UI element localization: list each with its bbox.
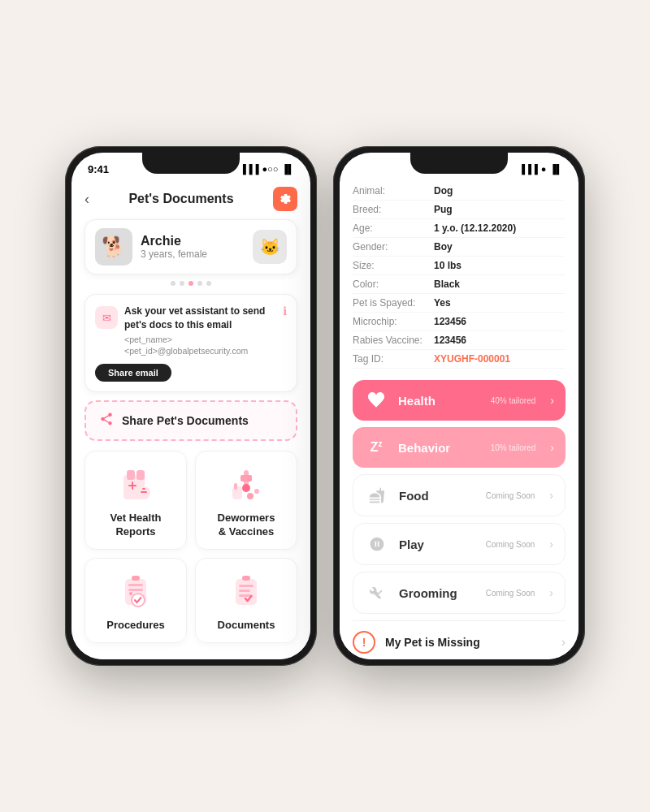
label-animal: Animal: [353,185,434,197]
wifi-icon-2: ● [541,164,547,174]
cat-emoji: 🐱 [260,237,280,257]
svg-point-13 [247,493,254,499]
wifi-icon: ●○○ [262,164,278,174]
behavior-category[interactable]: Zz Behavior 10% tailored › [353,427,566,468]
label-breed: Breed: [353,204,434,215]
battery-icon: ▐▌ [281,164,294,174]
notch-1 [142,153,240,174]
svg-rect-4 [128,485,136,486]
svg-point-10 [242,484,250,492]
procedures-label: Procedures [106,619,165,633]
grooming-tailored: Coming Soon [486,589,535,598]
svg-rect-2 [136,470,145,480]
missing-pet-row[interactable]: ! My Pet is Missing › [353,620,566,659]
vet-icon [115,463,157,505]
pet-name: Archie [141,234,207,248]
vet-health-reports-card[interactable]: Vet HealthReports [84,451,187,550]
info-row-microchip: Microchip: 123456 [353,313,566,331]
status-icons-1: ▐▐▐ ●○○ ▐▌ [240,164,294,174]
svg-rect-17 [128,589,143,591]
label-age: Age: [353,222,434,234]
info-icon[interactable]: ℹ [283,304,287,317]
value-spayed: Yes [434,297,451,309]
value-age: 1 y.o. (12.12.2020) [434,222,516,234]
info-row-color: Color: Black [353,275,566,294]
health-category[interactable]: Health 40% tailored › [353,380,566,421]
info-row-age: Age: 1 y.o. (12.12.2020) [353,219,566,238]
grooming-chevron: › [549,586,553,599]
label-spayed: Pet is Spayed: [353,297,434,309]
vet-health-label: Vet HealthReports [110,512,162,539]
share-email-button[interactable]: Share email [95,364,171,382]
food-category[interactable]: Food Coming Soon › [353,474,566,516]
behavior-chevron: › [550,441,554,454]
back-button[interactable]: ‹ [84,191,89,208]
svg-point-14 [254,489,259,494]
behavior-label: Behavior [398,441,481,455]
pet-info-table: Animal: Dog Breed: Pug Age: 1 y.o. (12.1… [353,182,566,369]
play-chevron: › [549,538,553,551]
dewormers-label: Dewormers& Vaccines [218,512,275,539]
dot-1[interactable] [171,281,176,286]
value-microchip: 123456 [434,316,466,327]
label-gender: Gender: [353,241,434,253]
documents-label: Documents [218,619,275,633]
info-row-breed: Breed: Pug [353,201,566,219]
health-icon [364,388,388,412]
sleep-icon: Zz [370,439,383,455]
value-animal: Dog [434,185,453,197]
dot-3-active[interactable] [188,281,193,286]
grooming-category[interactable]: Grooming Coming Soon › [353,572,566,614]
play-category[interactable]: Play Coming Soon › [353,523,566,565]
value-tagid: XYUGHF-000001 [434,353,510,365]
svg-rect-25 [242,576,250,581]
share-docs-banner[interactable]: Share Pet's Documents [84,400,297,441]
settings-button[interactable] [273,187,297,211]
value-gender: Boy [434,241,453,253]
status-time-1: 9:41 [88,163,109,175]
info-row-animal: Animal: Dog [353,182,566,201]
dot-5[interactable] [206,281,211,286]
share-docs-icon [99,412,114,430]
dot-4[interactable] [197,281,202,286]
info-row-size: Size: 10 lbs [353,257,566,275]
documents-icon [225,570,267,612]
play-label: Play [399,538,476,551]
label-color: Color: [353,279,434,290]
health-tailored: 40% tailored [491,396,536,405]
info-row-spayed: Pet is Spayed: Yes [353,294,566,313]
email-icon: ✉ [95,306,118,329]
phone-2: ▐▐▐ ● ▐▌ Animal: Dog Breed: P [333,146,585,666]
svg-rect-11 [232,486,242,499]
health-label: Health [398,394,481,408]
carousel-dots [84,281,297,286]
procedure-icon [115,570,157,612]
share-docs-label: Share Pet's Documents [122,414,249,427]
behavior-icon: Zz [364,435,388,460]
food-chevron: › [549,489,553,502]
feature-grid: Vet HealthReports [84,451,297,643]
value-breed: Pug [434,204,453,215]
pet-info: 🐕 Archie 3 years, female [95,228,207,266]
dot-2[interactable] [180,281,184,286]
phone-1: 9:41 ▐▐▐ ●○○ ▐▌ ‹ Pet's Documents [65,146,317,666]
procedures-card[interactable]: Procedures [84,558,187,643]
deworm-icon [225,463,267,505]
behavior-tailored: 10% tailored [491,443,536,452]
email-share-box: ✉ Ask your vet assistant to send pet's d… [84,294,297,392]
documents-card[interactable]: Documents [195,558,297,643]
value-color: Black [434,279,460,290]
battery-icon-2: ▐▌ [549,164,562,174]
svg-rect-16 [128,584,143,586]
health-chevron: › [550,394,554,407]
pet-avatar-secondary[interactable]: 🐱 [253,230,287,264]
play-tailored: Coming Soon [486,540,535,549]
signal-icon: ▐▐▐ [240,164,258,174]
pet-card[interactable]: 🐕 Archie 3 years, female 🐱 [84,219,297,274]
email-message: Ask your vet assistant to send pet's doc… [124,304,276,357]
label-tagid: Tag ID: [353,353,434,365]
play-icon [365,532,389,556]
dewormers-vaccines-card[interactable]: Dewormers& Vaccines [195,451,297,550]
page-title: Pet's Documents [128,192,233,206]
value-size: 10 lbs [434,260,462,271]
